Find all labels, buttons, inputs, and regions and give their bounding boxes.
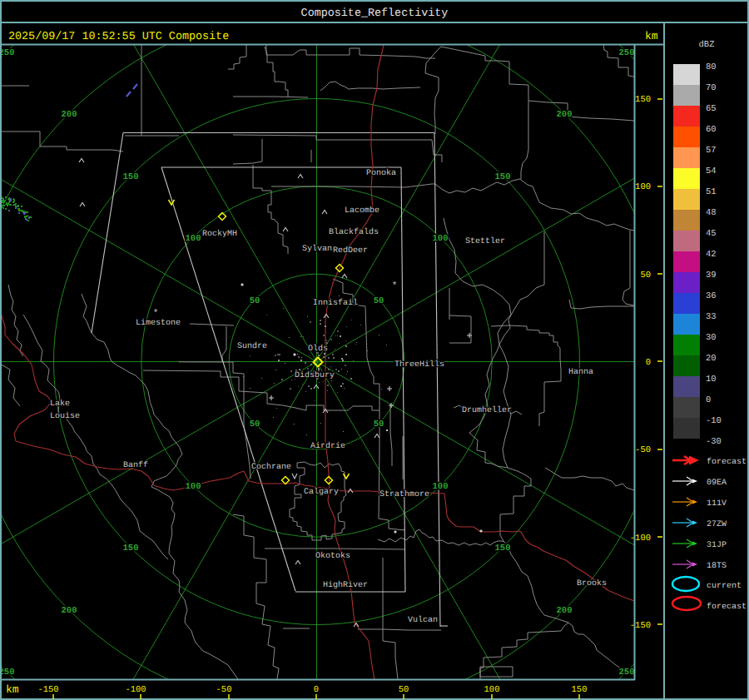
svg-text:Drumheller: Drumheller <box>462 405 512 415</box>
svg-text:Banff: Banff <box>123 460 148 470</box>
svg-text:250: 250 <box>0 668 14 678</box>
svg-text:100: 100 <box>433 234 449 244</box>
svg-text:Okotoks: Okotoks <box>315 551 350 561</box>
svg-text:0: 0 <box>646 358 651 368</box>
svg-text:200: 200 <box>557 606 573 616</box>
svg-text:km: km <box>645 30 658 42</box>
svg-text:36: 36 <box>706 291 717 301</box>
svg-text:33: 33 <box>706 312 717 322</box>
svg-text:150: 150 <box>572 685 588 695</box>
svg-text:0: 0 <box>706 395 711 405</box>
svg-text:150: 150 <box>123 172 139 182</box>
svg-text:Limestone: Limestone <box>136 318 181 328</box>
svg-text:250: 250 <box>619 48 635 58</box>
svg-text:Innisfail: Innisfail <box>313 298 358 308</box>
svg-text:current: current <box>707 582 742 591</box>
svg-text:Cochrane: Cochrane <box>251 462 291 472</box>
svg-text:200: 200 <box>62 606 77 616</box>
svg-text:Lacombe: Lacombe <box>345 206 379 216</box>
svg-text:ThreeHills: ThreeHills <box>394 360 444 370</box>
svg-text:-150: -150 <box>37 685 58 695</box>
svg-text:Brooks: Brooks <box>577 578 607 588</box>
svg-text:RockyMH: RockyMH <box>202 229 237 239</box>
svg-text:250: 250 <box>619 668 635 678</box>
svg-text:Sundre: Sundre <box>237 341 267 351</box>
svg-text:150: 150 <box>495 544 511 554</box>
svg-text:150: 150 <box>635 95 651 105</box>
svg-text:*: * <box>153 309 159 319</box>
svg-text:60: 60 <box>706 125 717 135</box>
svg-text:50: 50 <box>374 296 384 306</box>
svg-text:50: 50 <box>399 685 409 695</box>
svg-text:09EA: 09EA <box>707 479 727 488</box>
svg-text:50: 50 <box>374 420 384 429</box>
svg-text:150: 150 <box>495 172 511 182</box>
svg-text:100: 100 <box>484 685 500 695</box>
svg-text:forecast: forecast <box>707 602 747 612</box>
svg-text:50: 50 <box>640 271 651 280</box>
svg-text:45: 45 <box>706 229 717 239</box>
svg-text:Hanna: Hanna <box>568 368 593 377</box>
svg-text:*: * <box>392 281 398 291</box>
svg-text:65: 65 <box>706 104 717 114</box>
svg-text:100: 100 <box>186 234 201 244</box>
svg-text:54: 54 <box>706 166 717 176</box>
svg-text:31JP: 31JP <box>707 541 727 550</box>
svg-text:200: 200 <box>557 110 573 120</box>
svg-text:Lake: Lake <box>50 399 70 409</box>
svg-text:Blackfalds: Blackfalds <box>329 227 379 237</box>
svg-text:dBZ: dBZ <box>699 40 715 50</box>
svg-text:forecast: forecast <box>707 457 747 467</box>
svg-text:Ponoka: Ponoka <box>366 168 396 178</box>
svg-text:HighRiver: HighRiver <box>323 580 368 590</box>
svg-text:51: 51 <box>706 187 717 197</box>
svg-text:-30: -30 <box>706 437 722 447</box>
svg-text:48: 48 <box>706 208 717 218</box>
svg-text:42: 42 <box>706 250 717 260</box>
svg-text:-100: -100 <box>630 534 651 544</box>
svg-text:10: 10 <box>706 375 717 385</box>
svg-text:km: km <box>6 683 19 696</box>
svg-text:70: 70 <box>706 83 717 93</box>
svg-text:Stettler: Stettler <box>465 236 505 246</box>
svg-text:50: 50 <box>250 296 260 306</box>
svg-text:0: 0 <box>314 685 319 695</box>
svg-text:Sylvan: Sylvan <box>302 244 332 254</box>
svg-text:20: 20 <box>706 354 717 364</box>
svg-text:Vulcan: Vulcan <box>408 615 438 625</box>
svg-text:50: 50 <box>250 420 260 429</box>
svg-text:-50: -50 <box>635 445 651 455</box>
svg-text:80: 80 <box>706 62 717 72</box>
svg-text:100: 100 <box>186 482 201 492</box>
svg-text:39: 39 <box>706 271 717 280</box>
svg-text:27ZW: 27ZW <box>707 520 727 529</box>
svg-text:250: 250 <box>0 48 14 58</box>
svg-text:30: 30 <box>706 333 717 343</box>
svg-text:2025/09/17 10:52:55 UTC Compos: 2025/09/17 10:52:55 UTC Composite <box>8 31 229 43</box>
svg-text:57: 57 <box>706 146 717 156</box>
svg-text:Didsbury: Didsbury <box>295 370 335 380</box>
svg-text:150: 150 <box>123 544 139 554</box>
svg-text:Calgary: Calgary <box>304 487 339 497</box>
svg-text:RedDeer: RedDeer <box>333 246 368 256</box>
svg-text:-150: -150 <box>630 621 651 631</box>
svg-text:Strathmore: Strathmore <box>379 489 429 499</box>
svg-text:111V: 111V <box>707 499 727 509</box>
svg-text:Airdrie: Airdrie <box>310 441 345 451</box>
svg-text:Louise: Louise <box>50 411 80 421</box>
svg-text:-100: -100 <box>125 685 146 695</box>
svg-text:-50: -50 <box>216 685 232 695</box>
svg-text:Composite_Reflectivity: Composite_Reflectivity <box>301 7 449 20</box>
svg-text:100: 100 <box>433 482 449 492</box>
svg-text:Olds: Olds <box>308 344 328 354</box>
svg-text:18TS: 18TS <box>707 562 727 571</box>
svg-text:100: 100 <box>635 182 651 192</box>
svg-text:-10: -10 <box>706 416 722 426</box>
svg-text:200: 200 <box>62 110 77 120</box>
